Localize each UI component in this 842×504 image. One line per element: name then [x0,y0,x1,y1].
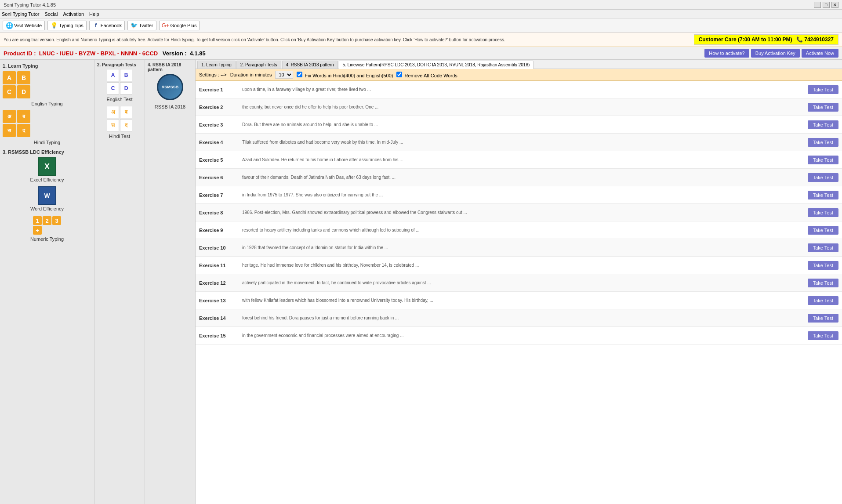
take-test-button-12[interactable]: Take Test [808,279,838,287]
take-test-button-9[interactable]: Take Test [808,226,838,235]
hindi-typing-tiles[interactable]: अ ब स द [3,110,31,137]
exercise-row-5: Exercise 5 Azad and Sukhdev. He returned… [196,151,842,169]
take-test-button-10[interactable]: Take Test [808,243,838,252]
menu-soni[interactable]: Soni Typing Tutor [2,11,39,17]
exercise-row-8: Exercise 8 1966. Post-election, Mrs. Gan… [196,204,842,221]
rsmssb-section: 3. RSMSSB LDC Efficiency X Excel Efficie… [3,149,91,213]
hindi-typing-nav-label: Hindi Typing [3,140,91,145]
settings-bar: Settings : --> Duration in minutes 10 5 … [196,69,842,81]
activate-now-button[interactable]: Activate Now [802,49,838,58]
exercise-text-10: in 1928 that favored the concept of a 'd… [239,245,808,251]
close-button[interactable]: ✕ [831,2,838,8]
take-test-button-5[interactable]: Take Test [808,156,838,164]
hindi-test-label: Hindi Test [109,134,130,139]
menu-activation[interactable]: Activation [63,11,84,17]
remove-alt-label: Remove Alt Code Words [396,72,457,78]
word-icon[interactable]: W [38,186,56,205]
rssb-panel: 4. RSSB IA 2018 pattern RSMSSB RSSB IA 2… [145,60,196,504]
num-tile-plus[interactable]: + [33,226,42,235]
fix-words-checkbox[interactable] [297,72,302,77]
product-id-area: Product ID : LNUC - IUEU - BYZW - BPXL -… [4,50,206,57]
tile-hindi-C[interactable]: स [3,124,16,137]
twitter-button[interactable]: 🐦 Twitter [127,21,156,30]
take-test-button-1[interactable]: Take Test [808,85,838,94]
tile-B[interactable]: B [17,71,30,84]
rssb-logo[interactable]: RSMSSB [157,74,183,100]
version-value: 4.1.85 [190,50,206,57]
para-tile-D[interactable]: D [120,82,132,94]
learn-typing-section: 1. Learn Typing A B C D English Typing [3,62,91,106]
exercise-text-11: heritage. He had immense love for childr… [239,262,808,268]
rssb-item-label: RSSB IA 2018 [155,104,185,109]
duration-select[interactable]: 10 5 15 20 30 [275,71,293,79]
numeric-typing-label: Numeric Typing [3,236,91,242]
exercises-list: Exercise 1 upon a time, in a faraway vil… [196,81,842,504]
take-test-button-14[interactable]: Take Test [808,314,838,323]
take-test-button-7[interactable]: Take Test [808,191,838,199]
tile-hindi-A[interactable]: अ [3,110,16,123]
exercise-label-1: Exercise 1 [199,87,239,92]
excel-icon[interactable]: X [38,157,56,176]
tile-hindi-D[interactable]: द [17,124,30,137]
facebook-icon: f [92,22,99,29]
para-tile-hindi-D[interactable]: द [120,119,132,131]
visit-website-button[interactable]: 🌐 Visit Website [3,21,45,30]
take-test-button-11[interactable]: Take Test [808,261,838,270]
exercise-row-2: Exercise 2 the county, but never once di… [196,98,842,116]
tile-hindi-B[interactable]: ब [17,110,30,123]
title-bar: Soni Typing Tutor 4.1.85 ─ □ ✕ [0,0,842,10]
tab-rssb[interactable]: 4. RSSB IA 2018 pattern [282,61,338,69]
exercise-row-7: Exercise 7 in India from 1975 to 1977. S… [196,186,842,204]
trial-info-text: You are using trial version. English and… [4,37,690,42]
menu-social[interactable]: Social [44,11,58,17]
exercise-row-15: Exercise 15 in the government economic a… [196,327,842,344]
para-tile-A[interactable]: A [107,69,119,81]
window-controls[interactable]: ─ □ ✕ [814,2,838,8]
remove-alt-checkbox[interactable] [396,72,402,77]
para-tile-hindi-A[interactable]: अ [107,106,119,118]
exercise-label-9: Exercise 9 [199,228,239,233]
how-to-activate-button[interactable]: How to activate? [704,49,749,58]
take-test-button-8[interactable]: Take Test [808,208,838,217]
take-test-button-4[interactable]: Take Test [808,138,838,147]
tile-C[interactable]: C [3,85,16,98]
tab-learn-typing[interactable]: 1. Learn Typing [197,61,236,69]
numeric-tiles[interactable]: 1 2 3 + [33,216,61,235]
rsmssb-label: 3. RSMSSB LDC Efficiency [3,149,91,156]
take-test-button-15[interactable]: Take Test [808,331,838,340]
english-test-tiles[interactable]: A B C D [107,69,132,94]
activation-buttons: How to activate? Buy Activation Key Acti… [704,49,838,58]
tile-A[interactable]: A [3,71,16,84]
tab-paragraph-tests[interactable]: 2. Paragraph Tests [236,61,281,69]
tab-linewise-pattern[interactable]: 5. Linewise Pattern(RPSC LDC 2013, DOITC… [339,61,534,69]
twitter-icon: 🐦 [131,22,138,29]
take-test-button-2[interactable]: Take Test [808,103,838,112]
take-test-button-13[interactable]: Take Test [808,296,838,305]
tile-D[interactable]: D [17,85,30,98]
excel-label: Excel Efficiency [30,177,64,182]
para-tile-C[interactable]: C [107,82,119,94]
googleplus-icon: G+ [162,22,169,29]
typing-tips-button[interactable]: 💡 Typing Tips [47,21,87,30]
para-tile-hindi-C[interactable]: स [107,119,119,131]
num-tile-2[interactable]: 2 [43,216,51,225]
english-typing-tiles[interactable]: A B C D [3,71,31,98]
exercise-row-12: Exercise 12 actively participated in the… [196,274,842,292]
minimize-button[interactable]: ─ [814,2,821,8]
buy-activation-key-button[interactable]: Buy Activation Key [751,49,800,58]
take-test-button-6[interactable]: Take Test [808,173,838,182]
para-tile-hindi-B[interactable]: ब [120,106,132,118]
googleplus-button[interactable]: G+ Google Plus [159,21,200,30]
num-tile-1[interactable]: 1 [33,216,42,225]
fix-words-label: Fix Words in Hindi(400) and English(500) [297,72,393,78]
take-test-button-3[interactable]: Take Test [808,120,838,129]
maximize-button[interactable]: □ [823,2,830,8]
num-tile-3[interactable]: 3 [52,216,61,225]
exercise-label-13: Exercise 13 [199,298,239,303]
para-tile-B[interactable]: B [120,69,132,81]
settings-label: Settings : --> [199,72,227,77]
menu-help[interactable]: Help [89,11,99,17]
product-bar: Product ID : LNUC - IUEU - BYZW - BPXL -… [0,47,842,60]
hindi-test-tiles[interactable]: अ ब स द [107,106,132,131]
facebook-button[interactable]: f Facebook [89,21,125,30]
